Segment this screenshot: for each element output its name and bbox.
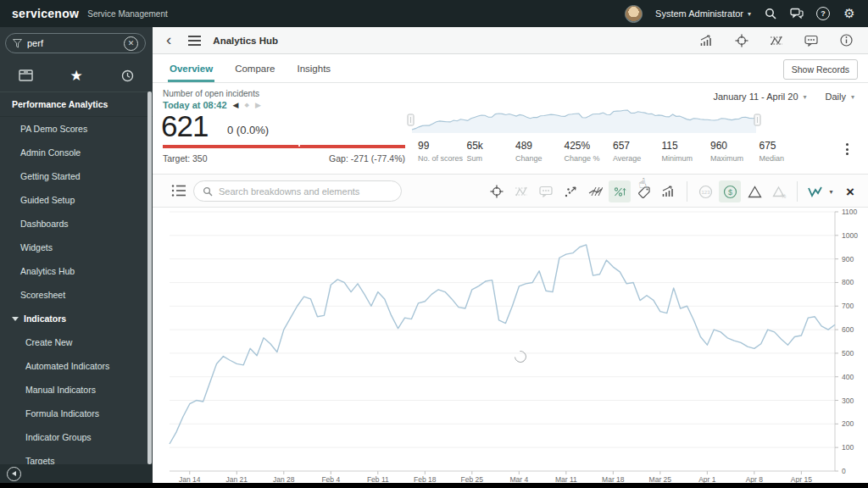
app-navigator-sidebar: perf ✕ ★ Performance Analytics PA Demo S…: [0, 27, 153, 483]
bottom-black-bar: [0, 483, 868, 488]
svg-text:700: 700: [842, 302, 854, 310]
svg-text:200: 200: [842, 419, 854, 428]
filter-funnel-icon: [13, 39, 22, 48]
kpi-summary: Number of open incidents Today at 08:42 …: [153, 83, 415, 174]
circled-dollar-icon[interactable]: $: [719, 180, 741, 202]
next-score-icon[interactable]: ▶: [255, 101, 261, 109]
chart-type-icon[interactable]: ▾: [804, 180, 837, 202]
sidebar-item-automated-indicators[interactable]: Automated Indicators: [0, 354, 153, 378]
svg-text:400: 400: [842, 373, 854, 381]
percent-change-icon[interactable]: [609, 180, 631, 202]
sidebar-item-create-new[interactable]: Create New: [0, 330, 153, 354]
indicator-name: Number of open incidents: [163, 89, 259, 98]
bar-chart-icon[interactable]: [658, 180, 680, 202]
svg-text:0: 0: [842, 467, 846, 475]
avatar[interactable]: [625, 5, 643, 23]
sidebar-item-admin-console[interactable]: Admin Console: [0, 141, 153, 164]
sidebar-item-guided-setup[interactable]: Guided Setup: [0, 188, 153, 212]
sidebar-item-dashboards[interactable]: Dashboards: [0, 212, 153, 236]
svg-text:Jan 28: Jan 28: [273, 475, 295, 483]
stat-change: 489Change: [515, 140, 565, 163]
kpi-value: 621: [161, 109, 208, 143]
nav-group-label: Indicators: [24, 313, 66, 324]
svg-text:Jan 21: Jan 21: [226, 475, 248, 483]
comment-icon[interactable]: [804, 34, 818, 47]
sidebar-item-analytics-hub[interactable]: Analytics Hub: [0, 259, 153, 283]
svg-text:Jan 14: Jan 14: [179, 475, 201, 483]
chevron-down-icon: ▾: [829, 188, 832, 196]
sidebar-scrollbar[interactable]: [147, 92, 152, 464]
user-menu[interactable]: System Administrator ▾: [655, 8, 751, 19]
svg-text:500: 500: [842, 349, 854, 358]
page-title: Analytics Hub: [213, 36, 278, 46]
show-records-button[interactable]: Show Records: [783, 59, 858, 80]
stat-average: 657Average: [613, 140, 662, 163]
help-icon[interactable]: ?: [816, 7, 830, 20]
time-range-slider[interactable]: [405, 105, 766, 137]
svg-text:Apr 8: Apr 8: [746, 475, 764, 483]
nav-group-indicators[interactable]: Indicators: [0, 307, 153, 330]
stat-median: 675Median: [760, 140, 809, 163]
gear-icon[interactable]: ⚙: [843, 7, 856, 20]
granularity-select[interactable]: Daily ▾: [826, 92, 854, 102]
sidebar-item-widgets[interactable]: Widgets: [0, 236, 153, 259]
product-name: Service Management: [87, 9, 168, 19]
collapse-sidebar-button[interactable]: [7, 467, 21, 481]
menu-icon[interactable]: [188, 36, 201, 46]
range-slider-handle[interactable]: [754, 114, 760, 125]
svg-text:1100: 1100: [842, 208, 858, 216]
info-icon[interactable]: [839, 34, 853, 47]
target-icon[interactable]: [486, 180, 508, 202]
bar-chart-icon[interactable]: [700, 34, 714, 47]
date-range-select[interactable]: January 11 - April 20 ▾: [713, 92, 806, 102]
back-icon[interactable]: ‹: [166, 31, 171, 47]
breakdown-search-input[interactable]: Search breakdowns and elements: [193, 180, 402, 202]
previous-score-icon[interactable]: ◀: [233, 101, 239, 109]
sidebar-item-indicator-groups[interactable]: Indicator Groups: [0, 425, 153, 449]
granularity-value: Daily: [826, 92, 846, 102]
triangle-icon[interactable]: [743, 180, 765, 202]
sidebar-item-manual-indicators[interactable]: Manual Indicators: [0, 378, 153, 402]
favorites-star-icon[interactable]: ★: [51, 69, 102, 83]
scatter-trend-icon[interactable]: [559, 180, 581, 202]
kebab-menu-icon[interactable]: [846, 143, 849, 155]
threshold-icon[interactable]: [510, 180, 532, 202]
tab-compare[interactable]: Compare: [233, 64, 276, 82]
target-icon[interactable]: [735, 34, 748, 47]
clear-filter-icon[interactable]: ✕: [124, 36, 138, 51]
score-line-chart[interactable]: 010020030040050060070080090010001100Jan …: [153, 208, 868, 483]
all-applications-icon[interactable]: [0, 69, 51, 81]
tab-overview[interactable]: Overview: [168, 64, 214, 82]
sidebar-item-formula-indicators[interactable]: Formula Indicators: [0, 402, 153, 425]
chevron-expanded-icon: [12, 317, 19, 321]
sidebar-item-getting-started[interactable]: Getting Started: [0, 164, 153, 188]
stat-change-: 425%Change %: [565, 140, 614, 163]
date-range-value: January 11 - April 20: [713, 92, 798, 102]
history-clock-icon[interactable]: [102, 69, 153, 82]
svg-text:Feb 25: Feb 25: [461, 475, 484, 483]
comment-icon[interactable]: [535, 180, 557, 202]
sidebar-footer: [0, 464, 153, 483]
forecast-icon[interactable]: [584, 180, 606, 202]
sidebar-item-pa-demo-scores[interactable]: PA Demo Scores: [0, 117, 153, 141]
search-placeholder: Search breakdowns and elements: [219, 186, 359, 197]
circled-values-icon[interactable]: 123: [694, 180, 716, 202]
close-icon[interactable]: ×: [839, 180, 861, 202]
navigator-list: Performance Analytics PA Demo ScoresAdmi…: [0, 92, 153, 488]
svg-text:800: 800: [842, 278, 854, 286]
tab-insights[interactable]: Insights: [295, 64, 332, 82]
threshold-icon[interactable]: [770, 34, 783, 47]
chat-icon[interactable]: [790, 7, 804, 20]
navigator-filter-input[interactable]: perf ✕: [5, 33, 146, 53]
svg-text:900: 900: [842, 255, 854, 263]
triangle-percent-icon[interactable]: %: [768, 180, 790, 202]
breakdown-list-icon[interactable]: [171, 184, 186, 197]
sidebar-item-scoresheet[interactable]: Scoresheet: [0, 283, 153, 307]
svg-text:Mar 11: Mar 11: [555, 475, 577, 483]
nav-section-performance-analytics[interactable]: Performance Analytics: [0, 92, 153, 117]
top-banner: servicenow Service Management System Adm…: [0, 0, 868, 27]
summary-stats: 99No. of scores65kSum489Change425%Change…: [418, 140, 808, 163]
search-icon[interactable]: [764, 7, 777, 20]
kpi-gap: Gap: -271 (-77.4%): [163, 153, 405, 164]
range-slider-handle[interactable]: [408, 114, 414, 125]
